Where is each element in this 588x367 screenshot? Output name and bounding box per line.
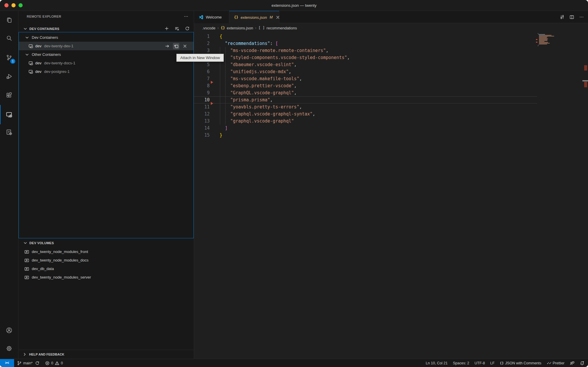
sync-icon[interactable] (35, 361, 40, 366)
line-number[interactable]: 5 (194, 61, 210, 68)
eol-sequence[interactable]: LF (490, 361, 495, 365)
code-line-text: { (220, 34, 222, 39)
close-tab-icon[interactable] (275, 15, 280, 20)
remote-explorer-icon[interactable] (2, 108, 16, 122)
sidebar-more-actions-icon[interactable] (184, 14, 188, 19)
code-line-text: "dbaeumer.vscode-eslint", (220, 62, 297, 67)
minimap-line (539, 35, 552, 36)
breadcrumb-item[interactable]: recommendations (267, 26, 297, 30)
code-line[interactable]: 5 "dbaeumer.vscode-eslint", (194, 61, 588, 68)
minimap-git-marker (536, 42, 537, 43)
volume-item[interactable]: dev_twenty_node_modules_front (19, 247, 194, 256)
code-line[interactable]: 6 "unifiedjs.vscode-mdx", (194, 68, 588, 75)
minimap[interactable] (537, 33, 557, 74)
attach-in-current-window-icon[interactable] (164, 43, 171, 49)
code-editor[interactable]: 1{2 "recommendations": [3 "ms-vscode-rem… (194, 33, 588, 359)
volume-icon (24, 258, 29, 263)
line-number[interactable]: 11 (194, 103, 210, 110)
minimap-line (539, 40, 547, 41)
breadcrumb-item[interactable]: extensions.json (227, 26, 253, 30)
volume-item[interactable]: dev_twenty_node_modules_server (19, 273, 194, 281)
line-number[interactable]: 1 (194, 33, 210, 40)
container-icon (29, 44, 33, 48)
code-line[interactable]: 4 "styled-components.vscode-styled-compo… (194, 54, 588, 61)
clean-up-containers-icon[interactable] (174, 25, 180, 32)
explorer-icon[interactable] (2, 13, 16, 27)
status-bar: >< main*00 Ln 10, Col 21Spaces: 2UTF-8LF… (0, 359, 588, 367)
section-header-dev-volumes[interactable]: DEV VOLUMES (19, 239, 194, 247)
code-line[interactable]: 12 "graphql.vscode-graphql-syntax", (194, 110, 588, 118)
container-item[interactable]: devdev-twenty-dev-1 (19, 42, 193, 50)
line-number[interactable]: 12 (194, 110, 210, 118)
code-line[interactable]: 1{ (194, 33, 588, 40)
accounts-icon[interactable] (2, 323, 16, 337)
section-header-help-and-feedback[interactable]: HELP AND FEEDBACK (19, 350, 194, 359)
code-line[interactable]: 15} (194, 132, 588, 139)
open-changes-icon[interactable] (560, 15, 564, 19)
line-number[interactable]: 3 (194, 47, 210, 54)
tree-group-other-containers[interactable]: Other Containers (19, 50, 193, 59)
volume-label: dev_twenty_node_modules_server (32, 275, 91, 279)
language-mode[interactable]: {̇}JSON with Comments (500, 361, 541, 365)
split-editor-icon[interactable] (569, 15, 574, 19)
notifications-bell-icon[interactable] (580, 361, 584, 366)
search-icon[interactable] (2, 31, 16, 45)
container-icon (29, 61, 33, 66)
feedback-icon[interactable] (570, 361, 574, 366)
active-view-indicator (0, 105, 1, 124)
git-deleted-lines-marker (211, 102, 213, 105)
stop-container-icon[interactable] (182, 43, 188, 49)
problems-status[interactable]: 00 (45, 361, 63, 366)
line-number[interactable]: 2 (194, 40, 210, 47)
breadcrumb-separator-icon: › (255, 26, 256, 30)
line-number[interactable]: 7 (194, 75, 210, 82)
json-braces-icon: {} (221, 26, 225, 30)
code-line[interactable]: 13 "graphql.vscode-graphql" (194, 118, 588, 125)
tab-welcome[interactable]: Welcome (194, 11, 229, 23)
line-number[interactable]: 15 (194, 132, 210, 139)
code-line-text: "recommendations": [ (220, 41, 278, 46)
remote-indicator[interactable]: >< (0, 359, 14, 367)
line-number[interactable]: 8 (194, 82, 210, 89)
run-debug-icon[interactable] (2, 69, 16, 83)
code-line[interactable]: 2 "recommendations": [ (194, 40, 588, 47)
code-line[interactable]: 8 "esbenp.prettier-vscode", (194, 82, 588, 89)
volume-item[interactable]: dev_db_data (19, 264, 194, 273)
code-line[interactable]: 11 "yoavbls.pretty-ts-errors", (194, 103, 588, 110)
line-number[interactable]: 6 (194, 68, 210, 75)
container-item[interactable]: devdev-postgres-1 (19, 67, 193, 76)
indentation[interactable]: Spaces: 2 (453, 361, 469, 365)
line-number[interactable]: 13 (194, 118, 210, 125)
volume-icon (24, 267, 29, 271)
code-line[interactable]: 3 "ms-vscode-remote.remote-containers", (194, 47, 588, 54)
container-description: dev-twenty-docs-1 (44, 61, 75, 65)
code-line[interactable]: 10 "prisma.prisma", (194, 96, 588, 103)
volume-icon (24, 275, 29, 280)
code-line[interactable]: 14 ] (194, 125, 588, 132)
minimap-line (538, 34, 545, 35)
line-number[interactable]: 9 (194, 89, 210, 96)
more-actions-icon[interactable] (579, 15, 584, 19)
cursor-position[interactable]: Ln 10, Col 21 (426, 361, 447, 365)
container-item[interactable]: devdev-twenty-docs-1 (19, 59, 193, 67)
tab-extensions-json[interactable]: {}extensions.jsonM (229, 11, 279, 24)
encoding[interactable]: UTF-8 (475, 361, 485, 365)
section-header-dev-containers[interactable]: DEV CONTAINERS (19, 25, 194, 33)
source-control-icon[interactable]: 1 (2, 51, 16, 65)
container-tools-icon[interactable] (2, 125, 16, 139)
line-number[interactable]: 10 (194, 96, 210, 103)
settings-icon[interactable] (2, 341, 16, 356)
code-line[interactable]: 9 "GraphQL.vscode-graphql", (194, 89, 588, 96)
line-number[interactable]: 14 (194, 125, 210, 132)
code-line[interactable]: 7 "ms-vscode.makefile-tools", (194, 75, 588, 82)
formatter-status[interactable]: ✓✓ Prettier (547, 361, 564, 365)
container-description: dev-twenty-dev-1 (44, 44, 74, 48)
branch-status[interactable]: main* (17, 361, 33, 366)
attach-in-new-window-icon[interactable] (173, 43, 179, 49)
breadcrumb-item[interactable]: .vscode (202, 26, 216, 30)
extensions-icon[interactable] (2, 88, 16, 102)
refresh-icon[interactable] (184, 25, 190, 32)
volume-item[interactable]: dev_twenty_node_modules_docs (19, 256, 194, 264)
tree-group-dev-containers[interactable]: Dev Containers (19, 33, 193, 42)
add-dev-container-icon[interactable] (164, 25, 170, 32)
